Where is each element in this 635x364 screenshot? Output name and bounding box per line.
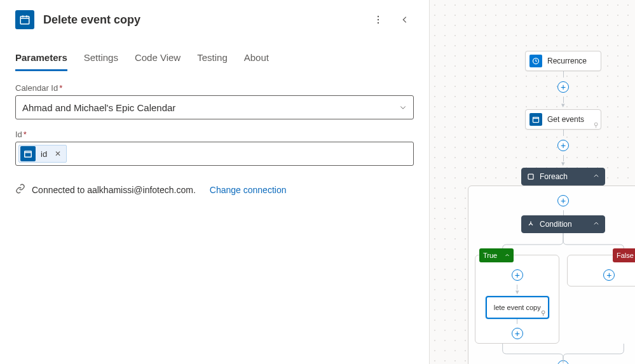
change-connection-link[interactable]: Change connection [210,185,287,195]
false-branch: False + [567,255,635,286]
tab-strip: Parameters Settings Code View Testing Ab… [0,48,429,72]
node-condition[interactable]: Condition [521,215,605,233]
id-input[interactable]: id ✕ [15,142,414,166]
panel-title: Delete event copy [43,13,360,27]
calendar-id-select[interactable]: Ahmad and Michael's Epic Calendar [15,95,414,119]
connection-row: Connected to aalkhamissi@infotech.com. C… [15,184,414,196]
link-icon: ⚲ [594,121,598,128]
tab-code-view[interactable]: Code View [135,48,181,71]
insert-step-button[interactable]: + [512,328,523,339]
node-label: Condition [540,220,572,229]
chevron-down-icon [399,102,407,113]
tab-settings[interactable]: Settings [84,48,118,71]
id-label: Id* [15,130,414,139]
svg-rect-7 [528,174,533,179]
outlook-icon [529,113,542,126]
more-menu-button[interactable] [369,11,387,29]
loop-icon [527,173,536,180]
node-recurrence[interactable]: Recurrence [525,51,601,71]
node-foreach[interactable]: Foreach [521,168,605,185]
panel-header: Delete event copy [0,0,429,39]
connection-text: Connected to aalkhamissi@infotech.com. [32,185,196,195]
node-label: Recurrence [547,57,587,65]
flow-graph: Recurrence +▾ Get events ⚲ +▾ Foreach [430,51,635,364]
token-remove-icon[interactable]: ✕ [55,149,61,158]
false-branch-header[interactable]: False [613,248,635,262]
insert-step-button[interactable]: + [557,140,569,151]
field-calendar-id: Calendar Id* Ahmad and Michael's Epic Ca… [15,83,414,119]
tab-testing[interactable]: Testing [197,48,228,71]
link-icon: ⚲ [541,309,545,316]
calendar-id-label: Calendar Id* [15,83,414,93]
clock-icon [529,55,542,67]
chevron-up-icon [505,252,510,259]
collapse-panel-button[interactable] [396,11,414,29]
action-config-panel: Delete event copy Parameters Settings Co… [0,0,430,364]
outlook-icon [15,10,34,29]
dynamic-content-token-id[interactable]: id ✕ [18,145,67,163]
true-branch-header[interactable]: True [479,248,514,262]
foreach-scope: + Condition [468,185,635,364]
tab-about[interactable]: About [244,48,269,71]
branch-icon [527,220,536,228]
svg-point-1 [378,16,379,17]
parameters-body: Calendar Id* Ahmad and Michael's Epic Ca… [0,72,429,207]
node-get-events[interactable]: Get events ⚲ [525,109,601,130]
insert-step-button[interactable]: + [603,269,615,281]
true-branch: True + ▾ lete event copy ⚲ [475,255,559,344]
field-id: Id* id ✕ [15,130,414,166]
designer-canvas[interactable]: Recurrence +▾ Get events ⚲ +▾ Foreach [430,0,635,364]
node-label: lete event copy [494,304,541,311]
tab-parameters[interactable]: Parameters [15,48,67,71]
calendar-id-value: Ahmad and Michael's Epic Calendar [22,102,175,113]
svg-rect-0 [20,17,29,24]
node-delete-event-selected[interactable]: lete event copy ⚲ [486,296,549,319]
svg-point-2 [378,19,379,20]
svg-point-3 [378,22,379,24]
link-icon [15,184,25,196]
chevron-up-icon [593,172,599,181]
token-label: id [41,149,47,159]
svg-rect-6 [533,118,539,123]
insert-step-button[interactable]: + [512,269,523,281]
insert-step-button[interactable]: + [557,195,569,206]
svg-rect-4 [25,151,32,157]
node-label: Foreach [540,172,568,181]
chevron-up-icon [593,220,599,229]
outlook-icon [20,146,36,161]
insert-step-button[interactable]: + [557,81,569,93]
node-label: Get events [547,115,584,124]
